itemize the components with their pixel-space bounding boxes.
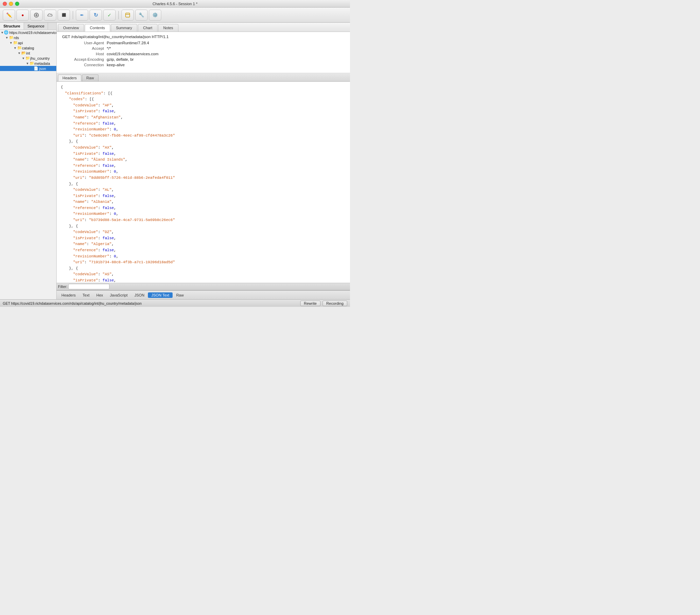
tree-label-metadata: metadata — [34, 61, 50, 66]
tree-item-metadata[interactable]: ▼ 📁 metadata — [0, 61, 56, 66]
tree-arrow-jhu: ▼ — [21, 57, 25, 60]
json-line: "uri": "c5e0c967-fbd6-4eec-af99-cfd4478a… — [61, 133, 346, 139]
content-tabs: Overview Contents Summary Chart Notes — [57, 23, 350, 32]
minimize-button[interactable] — [9, 2, 13, 6]
refresh-button[interactable]: ↻ — [90, 10, 102, 21]
json-body[interactable]: { "classifications": [{ "codes": [{ "cod… — [57, 82, 350, 283]
response-tabs: Headers Raw — [57, 73, 350, 82]
browser-button[interactable] — [121, 10, 134, 21]
tools-button[interactable]: 🔧 — [135, 10, 148, 21]
req-connection: Connection keep-alive — [62, 63, 345, 67]
bottom-tab-headers[interactable]: Headers — [58, 292, 79, 298]
pen-tool-button[interactable]: ✏️ — [3, 10, 15, 21]
tree-label-catalog: catalog — [22, 46, 34, 50]
tree-arrow-rds: ▼ — [5, 36, 9, 39]
response-tab-headers[interactable]: Headers — [58, 74, 81, 81]
json-line: "reference": false, — [61, 205, 346, 211]
json-line: "codeValue": "AL", — [61, 187, 346, 193]
window-title: Charles 4.5.6 - Session 1 * — [153, 2, 198, 6]
toolbar: ✏️ ● ⬛ ✒ ↻ ✓ 🔧 ⚙️ — [0, 8, 350, 23]
bottom-tab-text[interactable]: Text — [79, 292, 93, 298]
bottom-tab-json[interactable]: JSON — [131, 292, 148, 298]
checkmark-button[interactable]: ✓ — [103, 10, 116, 21]
bottom-tab-json-text[interactable]: JSON Text — [148, 292, 173, 298]
json-line: "reference": false, — [61, 163, 346, 169]
content-panel: Overview Contents Summary Chart Notes GE… — [57, 23, 350, 299]
bottom-section: Filter: Headers Text Hex JavaScript JSON… — [57, 283, 350, 299]
filter-input[interactable] — [68, 284, 109, 289]
response-tab-raw[interactable]: Raw — [82, 74, 98, 81]
json-line: }, { — [61, 139, 346, 145]
window-controls[interactable] — [3, 2, 19, 6]
bottom-tab-raw[interactable]: Raw — [173, 292, 187, 298]
stop-button[interactable]: ⬛ — [58, 10, 70, 21]
tree-item-root[interactable]: ▼ 🌐 https://covid19.richdataservices.com — [0, 30, 56, 35]
label-user-agent: User-Agent — [62, 41, 107, 45]
tab-notes[interactable]: Notes — [158, 24, 178, 32]
json-line: "isPrivate": false, — [61, 108, 346, 115]
json-line: }, { — [61, 266, 346, 272]
tree-arrow-root: ▼ — [1, 31, 4, 34]
status-buttons: Rewrite Recording — [300, 301, 347, 306]
tab-sequence[interactable]: Sequence — [24, 23, 48, 30]
svg-rect-1 — [126, 13, 130, 17]
settings-button[interactable]: ⚙️ — [149, 10, 161, 21]
compose-button[interactable]: ✒ — [76, 10, 88, 21]
throttle-button[interactable] — [30, 10, 43, 21]
json-line: "revisionNumber": 0, — [61, 254, 346, 260]
tree-item-jhu-country[interactable]: ▼ 📁 jhu_country — [0, 56, 56, 61]
folder-icon-metadata: 📁 — [30, 61, 34, 66]
record-button[interactable]: ● — [16, 10, 29, 21]
tree-item-int[interactable]: ▼ 📂 int — [0, 50, 56, 56]
tree-item-rds[interactable]: ▼ 📁 rds — [0, 35, 56, 40]
json-line: "codeValue": "AX", — [61, 145, 346, 151]
tree-label-jhu: jhu_country — [30, 56, 50, 60]
globe-icon: 🌐 — [4, 30, 9, 35]
rewrite-button[interactable]: Rewrite — [300, 301, 320, 306]
value-accept: */* — [107, 46, 111, 50]
json-line: "revisionNumber": 0, — [61, 211, 346, 217]
toolbar-separator-2 — [118, 11, 119, 19]
json-line: "isPrivate": false, — [61, 278, 346, 283]
value-connection: keep-alive — [107, 63, 125, 67]
toolbar-separator-1 — [73, 11, 73, 19]
tab-summary[interactable]: Summary — [111, 24, 137, 32]
req-accept: Accept */* — [62, 46, 345, 50]
sidebar: Structure Sequence ▼ 🌐 https://covid19.r… — [0, 23, 57, 299]
tab-structure[interactable]: Structure — [0, 23, 24, 30]
tree-container: ▼ 🌐 https://covid19.richdataservices.com… — [0, 30, 56, 71]
json-line: }, { — [61, 181, 346, 187]
close-button[interactable] — [3, 2, 7, 6]
tree-item-api[interactable]: ▼ 📁 api — [0, 40, 56, 45]
req-host: Host covid19.richdataservices.com — [62, 52, 345, 56]
maximize-button[interactable] — [15, 2, 19, 6]
tree-arrow-int: ▼ — [17, 51, 21, 55]
json-line: "name": "Algeria", — [61, 241, 346, 247]
json-line: "classifications": [{ — [61, 91, 346, 97]
json-line: "reference": false, — [61, 247, 346, 254]
label-host: Host — [62, 52, 107, 56]
json-line: "uri": "b3739d88-5a1e-4ca7-9731-5a69b8c2… — [61, 217, 346, 223]
cloud-button[interactable] — [44, 10, 56, 21]
json-line: "uri": "8dd05bff-5726-461d-88b6-2eafeda4… — [61, 175, 346, 181]
bottom-tab-javascript[interactable]: JavaScript — [106, 292, 131, 298]
tree-item-catalog[interactable]: ▼ 📁 catalog — [0, 45, 56, 50]
tree-item-json[interactable]: 📄 json — [0, 66, 56, 71]
json-line: }, { — [61, 223, 346, 230]
tab-overview[interactable]: Overview — [58, 24, 84, 32]
req-user-agent: User-Agent PostmanRuntime/7.28.4 — [62, 41, 345, 45]
tree-label-int: int — [26, 51, 30, 55]
tree-arrow-api: ▼ — [9, 41, 13, 45]
tab-contents[interactable]: Contents — [85, 24, 110, 32]
filter-label: Filter: — [58, 285, 68, 289]
tree-arrow-catalog: ▼ — [13, 46, 17, 50]
bottom-tab-hex[interactable]: Hex — [93, 292, 107, 298]
json-line: "isPrivate": false, — [61, 235, 346, 242]
json-line: "codes": [{ — [61, 96, 346, 103]
svg-rect-2 — [126, 14, 130, 15]
title-bar: Charles 4.5.6 - Session 1 * — [0, 0, 350, 8]
json-line: "uri": "7191b734-88c8-4f3b-a7c1-19206d18… — [61, 259, 346, 266]
recording-button[interactable]: Recording — [323, 301, 347, 306]
json-line: "codeValue": "DZ", — [61, 229, 346, 235]
tab-chart[interactable]: Chart — [138, 24, 158, 32]
